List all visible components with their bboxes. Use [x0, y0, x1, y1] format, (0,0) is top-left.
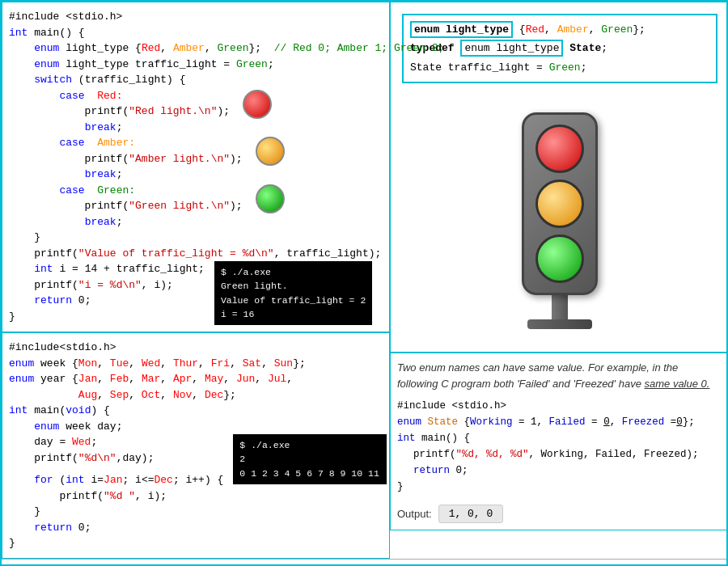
bl-line-5: int main(void) {	[9, 403, 383, 419]
bl-terminal-line-1: $ ./a.exe	[239, 438, 380, 452]
app-container: #include <stdio.h> int main() { enum lig…	[2, 2, 728, 566]
tr-line3: State traffic_light = Green;	[410, 58, 709, 77]
code-line-4: enum light_type traffic_light = Green;	[9, 57, 383, 73]
terminal-line-2: Green light.	[221, 279, 366, 293]
bl-terminal-block: day = Wed; printf("%d\n",day); for (int …	[9, 434, 383, 551]
br-code-line-5: return 0;	[397, 463, 722, 479]
terminal-bottomleft: $ ./a.exe 2 0 1 2 3 4 5 6 7 8 9 10 11	[233, 434, 387, 484]
bl-line-4: Aug, Sep, Oct, Nov, Dec};	[9, 387, 383, 403]
highlight-enum-light-type-2: enum light_type	[460, 40, 563, 57]
traffic-light-graphic	[522, 112, 598, 329]
br-code-line-4: printf("%d, %d, %d", Working, Failed, Fr…	[397, 446, 722, 463]
footer-author: vadimov@i.ua	[654, 563, 722, 566]
terminal-topleft: $ ./a.exe Green light. Value of traffic_…	[214, 261, 372, 325]
main-section: #include <stdio.h> int main() { enum lig…	[2, 2, 728, 559]
traffic-light-container	[397, 96, 722, 345]
remaining-code: int i = 14 + traffic_light; printf("i = …	[9, 261, 205, 324]
terminal-block: int i = 14 + traffic_light; printf("i = …	[9, 261, 383, 325]
bl-line-3: enum year {Jan, Feb, Mar, Apr, May, Jun,…	[9, 371, 383, 387]
bl-line-1: #include<stdio.h>	[9, 340, 383, 356]
tr-line1: enum light_type {Red, Amber, Green};	[410, 20, 709, 39]
tl-post	[552, 295, 568, 319]
footer: Enumeration enum and typedef vadimov@i.u…	[2, 559, 728, 567]
green-circle	[256, 184, 285, 217]
topright-code-box: enum light_type {Red, Amber, Green}; typ…	[402, 14, 717, 83]
output-label: Output:	[397, 508, 432, 520]
code-line-2: int main() {	[9, 25, 383, 41]
right-panels: enum light_type {Red, Amber, Green}; typ…	[390, 2, 728, 559]
tl-red-light	[535, 125, 584, 173]
bl-terminal-line-3: 0 1 2 3 4 5 6 7 8 9 10 11	[239, 467, 380, 480]
br-code-line-2: enum State {Working = 1, Failed = 0, Fre…	[397, 414, 722, 430]
br-code-line-1: #include <stdio.h>	[397, 398, 722, 414]
tl-base	[527, 319, 592, 329]
case-red-code: case Red: printf("Red light.\n"); break;	[9, 88, 230, 136]
case-green-code: case Green: printf("Green light.\n"); br…	[9, 183, 243, 230]
terminal-line-1: $ ./a.exe	[221, 265, 366, 279]
bl-line-2: enum week {Mon, Tue, Wed, Thur, Fri, Sat…	[9, 356, 383, 372]
footer-bold-typedef: typedef	[422, 563, 463, 567]
case-amber-block: case Amber: printf("Amber light.\n"); br…	[9, 135, 383, 183]
tr-line2: typedef enum light_type State;	[410, 39, 709, 57]
bottomleft-code-panel: #include<stdio.h> enum week {Mon, Tue, W…	[2, 332, 390, 559]
topleft-code-panel: #include <stdio.h> int main() { enum lig…	[2, 2, 390, 332]
code-line-3: enum light_type {Red, Amber, Green}; // …	[9, 40, 383, 57]
red-circle	[243, 90, 272, 122]
tl-body	[522, 112, 598, 295]
output-row: Output: 1, 0, 0	[397, 505, 722, 523]
info-text: Two enum names can have same value. For …	[397, 360, 722, 391]
footer-text-and: and	[397, 563, 422, 567]
bl-line-6: enum week day;	[9, 419, 383, 435]
terminal-line-3: Value of traffic_light = 2	[221, 294, 366, 307]
br-code-block: #include <stdio.h> enum State {Working =…	[397, 398, 722, 495]
footer-text-enumeration: Enumeration	[299, 563, 366, 567]
footer-bold-enum: enum	[366, 563, 396, 567]
topright-panel: enum light_type {Red, Amber, Green}; typ…	[390, 2, 728, 353]
br-code-line-3: int main() {	[397, 430, 722, 446]
amber-circle	[256, 137, 285, 169]
case-amber-code: case Amber: printf("Amber light.\n"); br…	[9, 135, 243, 183]
highlight-enum-light-type: enum light_type	[410, 21, 513, 38]
bl-remaining-code: day = Wed; printf("%d\n",day); for (int …	[9, 434, 223, 551]
left-panels: #include <stdio.h> int main() { enum lig…	[2, 2, 390, 559]
case-red-block: case Red: printf("Red light.\n"); break;	[9, 88, 383, 136]
code-line-5: switch (traffic_light) {	[9, 72, 383, 88]
code-line-printf1: printf("Value of traffic_light = %d\n", …	[9, 246, 383, 262]
footer-center: Enumeration enum and typedef	[107, 563, 654, 567]
bl-terminal-line-2: 2	[239, 452, 380, 466]
br-code-line-6: }	[397, 479, 722, 495]
case-green-block: case Green: printf("Green light.\n"); br…	[9, 183, 383, 230]
code-line-close-switch: }	[9, 230, 383, 246]
code-line-1: #include <stdio.h>	[9, 9, 383, 25]
tl-green-light	[535, 234, 584, 283]
bottomright-panel: Two enum names can have same value. For …	[390, 353, 728, 530]
output-value: 1, 0, 0	[438, 505, 504, 523]
terminal-line-4: i = 16	[221, 307, 366, 321]
tl-amber-light	[535, 180, 584, 228]
